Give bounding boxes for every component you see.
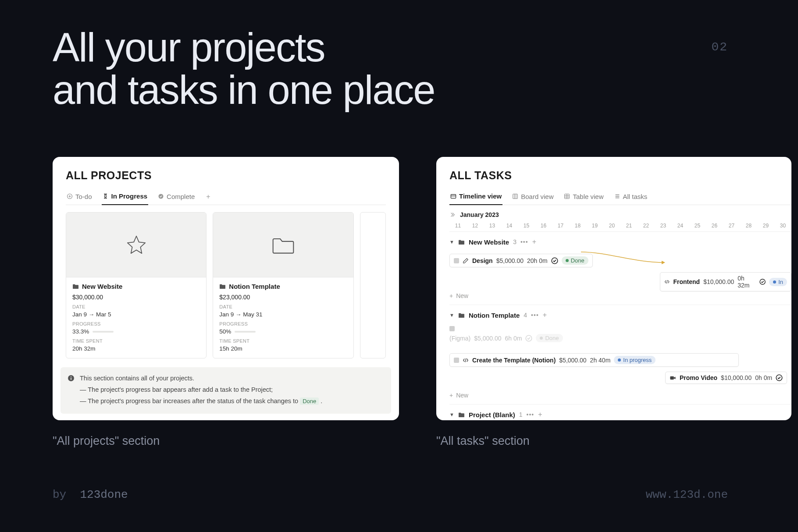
day-label: 18	[569, 223, 586, 229]
tab-inprogress[interactable]: In Progress	[102, 189, 149, 205]
tasks-title: ALL TASKS	[449, 169, 791, 182]
tab-timeline-label: Timeline view	[459, 192, 502, 200]
tab-table[interactable]: Table view	[563, 189, 604, 205]
drag-handle-icon[interactable]	[454, 358, 459, 363]
new-task-button[interactable]: +New	[449, 292, 791, 299]
task-bar[interactable]: Promo Video $10,000.00 0h 0m	[665, 372, 787, 384]
day-label: 19	[586, 223, 603, 229]
time-label: TIME SPENT	[219, 338, 347, 344]
drag-handle-icon[interactable]	[449, 326, 455, 331]
card-price: $23,000.00	[219, 294, 347, 301]
group-count: 4	[524, 312, 527, 319]
tab-board-label: Board view	[521, 193, 553, 200]
folder-large-icon	[271, 234, 296, 255]
day-label: 17	[552, 223, 569, 229]
status-pill-inprogress: In	[769, 278, 787, 286]
task-bar[interactable]: Create the Template (Notion) $5,000.00 2…	[449, 353, 739, 367]
timeline-group: ▼ New Website 3 ••• + Design	[449, 232, 791, 305]
group-name[interactable]: New Website	[469, 238, 509, 246]
group-add-button[interactable]: +	[538, 411, 542, 419]
project-card-peek[interactable]	[360, 212, 386, 358]
collapse-toggle[interactable]: ▼	[449, 239, 454, 245]
card-cover	[66, 213, 206, 277]
projects-panel: ALL PROJECTS To-do In Progre	[53, 157, 399, 420]
folder-icon	[458, 239, 465, 245]
table-icon	[564, 193, 570, 199]
day-label: 29	[757, 223, 774, 229]
svg-rect-5	[451, 194, 456, 198]
card-name: Notion Template	[229, 283, 280, 290]
drag-handle-icon[interactable]	[454, 258, 459, 263]
tab-complete[interactable]: Complete	[157, 189, 196, 205]
code-icon	[664, 279, 670, 285]
day-label: 25	[689, 223, 706, 229]
tab-todo[interactable]: To-do	[66, 189, 93, 205]
footer-by: by	[53, 488, 66, 501]
project-card[interactable]: New Website $30,000.00 DATE Jan 9 → Mar …	[66, 212, 207, 358]
card-name: New Website	[82, 283, 122, 290]
expand-icon[interactable]	[449, 212, 456, 218]
day-label: 16	[535, 223, 552, 229]
folder-icon	[219, 284, 226, 289]
day-label: 20	[603, 223, 620, 229]
folder-icon	[72, 284, 79, 289]
task-price: $5,000.00	[474, 335, 501, 342]
tab-alltasks-label: All tasks	[623, 193, 648, 200]
task-time: 0h 0m	[755, 374, 772, 381]
collapse-toggle[interactable]: ▼	[449, 312, 454, 318]
task-name: (Figma)	[449, 335, 470, 342]
day-label: 11	[449, 223, 467, 229]
plus-icon: +	[449, 292, 453, 299]
svg-rect-6	[513, 194, 518, 199]
date-value: Jan 9 → Mar 5	[72, 311, 200, 318]
timeline-icon	[450, 193, 456, 199]
pencil-icon	[463, 258, 469, 264]
project-card[interactable]: Notion Template $23,000.00 DATE Jan 9 → …	[213, 212, 353, 358]
task-time: 2h 40m	[590, 357, 611, 364]
group-count: 1	[519, 411, 523, 418]
collapse-toggle[interactable]: ▼	[449, 412, 454, 417]
board-icon	[512, 193, 518, 199]
group-more-icon[interactable]: •••	[520, 238, 528, 245]
headline-line2: and tasks in one place	[53, 67, 435, 112]
group-name[interactable]: Notion Template	[469, 312, 520, 319]
task-bar[interactable]: Frontend $10,000.00 0h 32m In	[660, 272, 791, 291]
status-pill-inprogress: In progress	[614, 356, 656, 364]
progress-bar	[93, 331, 114, 333]
projects-title: ALL PROJECTS	[66, 169, 386, 182]
check-circle-icon	[759, 278, 766, 285]
group-more-icon[interactable]: •••	[531, 312, 539, 319]
group-name[interactable]: Project (Blank)	[469, 411, 515, 419]
info-callout: This section contains all of your projec…	[61, 367, 391, 414]
tab-todo-label: To-do	[75, 193, 92, 200]
progress-bar	[235, 331, 256, 333]
task-bar[interactable]: Design $5,000.00 20h 0m Done	[449, 254, 593, 267]
folder-icon	[458, 412, 465, 418]
headline-line1: All your projects	[53, 25, 324, 70]
code-icon	[463, 357, 469, 363]
add-tab-button[interactable]: +	[204, 189, 212, 204]
day-label: 22	[638, 223, 655, 229]
projects-tabs: To-do In Progress Complete	[66, 189, 386, 205]
task-time: 20h 0m	[527, 257, 548, 264]
new-task-button[interactable]: +New	[449, 392, 791, 399]
group-more-icon[interactable]: •••	[527, 411, 534, 418]
check-badge-icon	[158, 193, 164, 199]
group-add-button[interactable]: +	[543, 311, 547, 319]
tab-timeline[interactable]: Timeline view	[449, 189, 502, 205]
info-line1: — The project's progress bar appears aft…	[80, 385, 322, 395]
day-label: 28	[740, 223, 757, 229]
info-line2-suffix: .	[321, 397, 322, 404]
day-label: 21	[620, 223, 638, 229]
status-pill-done: Done	[562, 256, 588, 265]
tab-board[interactable]: Board view	[511, 189, 554, 205]
tab-alltasks[interactable]: All tasks	[613, 189, 648, 205]
left-caption: "All projects" section	[53, 434, 399, 448]
plus-icon: +	[449, 392, 453, 399]
task-price: $5,000.00	[496, 257, 524, 264]
footer-brand: 123done	[80, 488, 128, 501]
group-add-button[interactable]: +	[532, 238, 536, 246]
day-label: 12	[467, 223, 484, 229]
time-value: 20h 32m	[72, 345, 200, 352]
status-pill-done: Done	[536, 334, 563, 342]
